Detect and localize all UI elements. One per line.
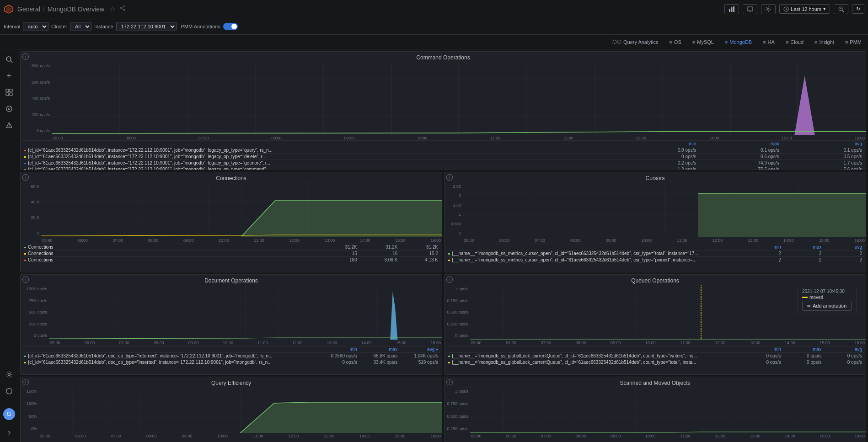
queued-legend-row-2: {__name__="mongodb_ss_globalLock_current… — [446, 359, 864, 366]
doc-ops-x-axis: 05:00 06:00 07:00 08:00 09:00 10:00 11:0… — [21, 341, 442, 345]
display-btn[interactable] — [743, 4, 757, 14]
sidebar-grid[interactable] — [3, 86, 16, 99]
star-icon[interactable]: ☆ — [110, 5, 116, 13]
x-label: 13:00 — [636, 136, 646, 140]
cursor-legend-color-1 — [448, 253, 450, 255]
quick-nav-query-analytics[interactable]: ⬡⬡ Query Analytics — [610, 37, 661, 47]
share-icon[interactable] — [119, 5, 126, 13]
filter-bar: Interval auto 1m5m10m Cluster All Instan… — [0, 18, 868, 35]
queued-max-1: 0 ops/s — [783, 353, 824, 359]
cursors-x-axis: 05:00 06:00 07:00 08:00 09:00 10:00 11:0… — [445, 238, 866, 243]
queued-min-2: 0 ops/s — [742, 359, 783, 366]
cursors-legend-row-2: {__name__="mongodb_ss_metrics_cursor_ope… — [446, 257, 864, 263]
legend-label-3: Connections — [26, 257, 318, 263]
instance-select[interactable]: 172.22.112.10:9001 — [116, 22, 177, 31]
sidebar-search[interactable] — [3, 53, 16, 66]
conn-legend-row-2: Connections 15 16 15.2 — [22, 250, 440, 257]
toggle-knob — [231, 24, 237, 29]
queued-min-1: 0 ops/s — [742, 353, 783, 359]
pmm-label: PMM Annotations — [181, 24, 220, 29]
sidebar-add[interactable]: + — [3, 69, 16, 82]
sidebar-help[interactable]: ? — [3, 427, 16, 440]
time-range-label: Last 12 hours — [791, 6, 821, 12]
legend-avg-1: 31.2K — [399, 244, 440, 250]
cmd-legend-avg: 5.6 ops/s — [781, 166, 864, 170]
settings-btn[interactable] — [761, 4, 776, 14]
sidebar-settings[interactable] — [3, 368, 16, 381]
annotation-date: 2021-12-07 10:45:00 — [802, 289, 852, 294]
main-content: i Command Operations 80K ops/s 60K ops/s… — [18, 49, 868, 442]
sidebar-compass[interactable] — [3, 102, 16, 115]
cmd-legend-max: 0.1 ops/s — [698, 147, 781, 154]
quick-nav-cloud[interactable]: ≡ Cloud — [783, 37, 806, 47]
insight-icon: ≡ — [814, 39, 817, 45]
col-min: min — [615, 141, 698, 147]
interval-label: Interval — [4, 24, 20, 29]
doc-max-2: 33.4K ops/s — [359, 359, 400, 366]
x-label: 15:00 — [782, 136, 792, 140]
time-range-btn[interactable]: Last 12 hours ▾ — [779, 4, 830, 14]
cluster-select[interactable]: All — [70, 22, 91, 31]
doc-legend-row-2: {cl_id="61aec663325432d61b514deb", doc_o… — [22, 359, 440, 366]
refresh-btn[interactable]: ↻ — [852, 4, 864, 14]
panel-query-efficiency: i Query Efficiency 150% 100% 50% 0% — [20, 377, 442, 442]
cmd-legend-label: {cl_id="61aec663325432d61b514deb", insta… — [26, 166, 615, 170]
svg-marker-90 — [386, 292, 398, 340]
legend-color-3 — [24, 260, 26, 261]
row-3: i Document Operations 100K ops/s 75K ops… — [20, 274, 866, 375]
queued-avg-2: 0 ops/s — [823, 359, 864, 366]
legend-min-1: 31.2K — [318, 244, 359, 250]
os-icon: ≡ — [669, 39, 672, 45]
cmd-ops-chart-container: 80K ops/s 60K ops/s 40K ops/s 20K ops/s … — [21, 62, 866, 135]
quick-nav-ha[interactable]: ≡ HA — [760, 37, 777, 47]
quick-nav-os[interactable]: ≡ OS — [666, 37, 684, 47]
y-label-20k: 20K ops/s — [21, 112, 50, 117]
svg-rect-7 — [729, 9, 730, 12]
graph-icon-btn[interactable] — [724, 4, 739, 14]
doc-ops-title: Document Operations — [21, 275, 442, 285]
cmd-legend-min: 0.0 ops/s — [615, 147, 698, 154]
app-logo — [4, 4, 14, 14]
zoom-out-btn[interactable] — [834, 4, 848, 14]
pmm-toggle-switch[interactable] — [223, 23, 238, 30]
quick-nav-insight[interactable]: ≡ Insight — [812, 37, 837, 47]
cmd-legend-min: 0 ops/s — [615, 154, 698, 160]
nav-right: Last 12 hours ▾ ↻ — [724, 4, 864, 14]
annotation-label: moved — [809, 295, 823, 300]
user-avatar[interactable]: G — [3, 408, 15, 420]
sidebar-shield[interactable] — [3, 384, 16, 397]
legend-avg-3: 4.13 K — [399, 257, 440, 263]
page-title: MongoDB Overview — [48, 5, 105, 13]
cursors-chart-svg — [463, 182, 866, 237]
queued-ops-title: Queued Operations — [445, 275, 866, 285]
cmd-legend-avg: 0.1 ops/s — [781, 147, 864, 154]
legend-min-2: 15 — [318, 250, 359, 257]
svg-rect-8 — [731, 7, 733, 12]
sidebar-alert[interactable] — [3, 119, 16, 132]
x-label: 05:00 — [53, 136, 63, 140]
cmd-legend-label: {cl_id="61aec663325432d61b514deb", insta… — [26, 160, 615, 166]
conn-legend-row-1: Connections 31.2K 31.2K 31.2K — [22, 244, 440, 250]
cmd-legend-row: {cl_id="61aec663325432d61b514deb", insta… — [22, 154, 864, 160]
quick-nav-pmm[interactable]: ≡ PMM — [842, 37, 864, 47]
cursors-legend-row-1: {__name__="mongodb_ss_metrics_cursor_ope… — [446, 250, 864, 257]
doc-min-2: 0 ops/s — [318, 359, 359, 366]
cursor-avg-2: 2 — [823, 257, 864, 263]
quick-nav-mongodb[interactable]: ≡ MongoDB — [722, 37, 755, 47]
queued-ops-x-axis: 05:00 06:00 07:00 08:00 09:00 10:00 11:0… — [445, 341, 866, 345]
doc-legend-row-1: {cl_id="61aec663325432d61b514deb", doc_o… — [22, 353, 440, 359]
legend-label-2: Connections — [26, 250, 318, 257]
cursors-legend: min max avg {__name__="mongodb_ss_metric… — [445, 243, 866, 264]
cursors-col-max: max — [783, 244, 824, 250]
queued-avg-1: 0 ops/s — [823, 353, 864, 359]
panel-cursors: i Cursors 2.50 2 1.50 1 0.500 0 — [444, 172, 866, 272]
queued-ops-legend: min max avg {__name__="mongodb_ss_global… — [445, 345, 866, 366]
qe-chart-container: 150% 100% 50% 0% — [21, 387, 442, 433]
quick-nav-mysql[interactable]: ≡ MySQL — [690, 37, 717, 47]
add-annotation-btn[interactable]: ✏ Add annotation — [802, 301, 852, 311]
svg-rect-10 — [747, 7, 753, 11]
interval-select[interactable]: auto 1m5m10m — [23, 22, 48, 31]
queued-legend-color-2 — [448, 362, 450, 363]
svg-point-26 — [6, 106, 12, 112]
conn-legend-row-3: Connections 180 8.06 K 4.13 K — [22, 257, 440, 263]
